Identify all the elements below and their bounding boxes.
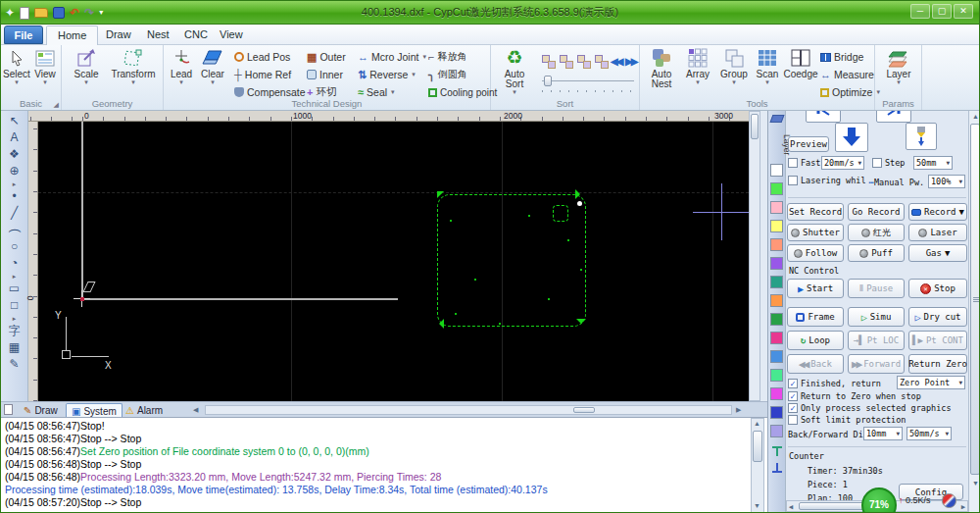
reverse-button[interactable]: ⇅ Reverse▾ bbox=[358, 67, 416, 82]
fast-speed-select[interactable]: 20mm/s▼ bbox=[821, 156, 864, 170]
group-button[interactable]: Group▾ bbox=[716, 46, 752, 84]
circle-tool-icon[interactable]: ○ bbox=[4, 239, 25, 255]
return-zero-button[interactable]: Return Zero bbox=[908, 354, 967, 374]
sort-mode-3-button[interactable] bbox=[577, 55, 593, 71]
canvas-horizontal-scrollbar[interactable] bbox=[205, 405, 732, 415]
text-tool-icon[interactable]: 字 bbox=[4, 324, 25, 339]
part-inner-contour[interactable] bbox=[553, 205, 568, 222]
point-locate-button[interactable]: →▌ Pt LOC bbox=[848, 331, 905, 350]
flyout-arrow-icon[interactable]: ▸ bbox=[4, 273, 25, 281]
flyout-arrow-icon[interactable]: ▸ bbox=[4, 315, 25, 323]
dialog-launcher-icon[interactable]: ◢ bbox=[54, 101, 59, 109]
home-ref-button[interactable]: ┼ Home Ref bbox=[234, 67, 291, 82]
return-position-select[interactable]: Zero Point▼ bbox=[897, 376, 965, 389]
array-button[interactable]: Array▾ bbox=[681, 46, 714, 84]
tab-file[interactable]: File bbox=[4, 26, 43, 44]
pie-tool-icon[interactable]: ◔ bbox=[4, 256, 25, 272]
sort-slider-thumb[interactable] bbox=[544, 76, 552, 86]
layer-color-swatch-14[interactable] bbox=[770, 425, 783, 437]
tab-draw[interactable]: Draw bbox=[95, 26, 142, 45]
laser-button[interactable]: Laser bbox=[908, 224, 967, 241]
puff-button[interactable]: Puff bbox=[848, 244, 905, 262]
snap-tool-icon[interactable]: A bbox=[4, 130, 25, 146]
layer-color-swatch-5[interactable] bbox=[770, 257, 783, 270]
only-selected-checkbox[interactable]: ✓ Only process selected graphics bbox=[788, 403, 952, 413]
more-icon[interactable]: … bbox=[869, 176, 874, 185]
start-button[interactable]: ▶ Start bbox=[787, 279, 844, 298]
layer-color-swatch-3[interactable] bbox=[770, 220, 783, 232]
select-tool-icon[interactable]: ↖ bbox=[4, 114, 25, 129]
scan-button[interactable]: Scan▾ bbox=[752, 46, 783, 84]
layer-move-top-icon[interactable] bbox=[771, 445, 783, 457]
scroll-left-icon[interactable]: ◀ bbox=[193, 406, 198, 414]
minimize-button[interactable]: ─ bbox=[910, 4, 930, 19]
rounded-rect-tool-icon[interactable]: □ bbox=[4, 298, 25, 314]
arc-tool-icon[interactable]: ( bbox=[7, 220, 23, 241]
micro-joint-button[interactable]: ↔ Mcro Joint▾ bbox=[358, 49, 426, 65]
set-record-button[interactable]: Set Record bbox=[787, 203, 844, 221]
bridge-button[interactable]: Bridge bbox=[820, 49, 863, 65]
sort-slider-track[interactable] bbox=[542, 80, 634, 81]
tab-system-messages[interactable]: ▣ System bbox=[66, 403, 122, 418]
layer-color-swatch-8[interactable] bbox=[770, 313, 783, 326]
go-record-button[interactable]: Go Record bbox=[848, 203, 905, 221]
scroll-down-icon[interactable]: ▼ bbox=[972, 480, 979, 487]
layer-color-swatch-4[interactable] bbox=[770, 238, 783, 251]
network-ball-icon[interactable] bbox=[942, 493, 956, 508]
layer-color-swatch-0[interactable] bbox=[770, 164, 783, 177]
inner-button[interactable]: Inner bbox=[307, 67, 343, 82]
scroll-right-icon[interactable]: ▶ bbox=[961, 503, 965, 511]
layer-color-swatch-2[interactable] bbox=[770, 201, 783, 214]
auto-sort-button[interactable]: ♻ Auto Sort▾ bbox=[495, 46, 534, 94]
auto-nest-button[interactable]: Auto Nest bbox=[644, 46, 679, 89]
scroll-up-icon[interactable]: ▲ bbox=[754, 420, 760, 427]
fillet-button[interactable]: ╮ 倒圆角 bbox=[428, 67, 467, 82]
canvas-vertical-scrollbar[interactable] bbox=[749, 111, 760, 401]
layer-color-swatch-1[interactable] bbox=[770, 182, 783, 195]
pause-button[interactable]: Ⅱ Pause bbox=[848, 279, 905, 298]
preview-button[interactable]: Preview bbox=[788, 136, 829, 152]
return-zero-when-stop-checkbox[interactable]: ✓ Return to Zero when stop bbox=[788, 391, 921, 401]
layer-button[interactable]: Layer▾ bbox=[882, 46, 915, 84]
measure-tool-icon[interactable]: ✎ bbox=[4, 357, 25, 373]
log-vertical-scrollbar[interactable]: ▲ ▼ bbox=[751, 418, 764, 513]
sort-mode-4-button[interactable] bbox=[595, 55, 611, 71]
scrollbar-thumb[interactable] bbox=[799, 502, 867, 510]
frame-button[interactable]: Frame bbox=[787, 307, 844, 327]
lead-pos-button[interactable]: Lead Pos bbox=[234, 49, 290, 65]
release-corner-button[interactable]: ⌐ 释放角 bbox=[428, 49, 466, 65]
measure-button[interactable]: ↔ Measure bbox=[820, 67, 874, 82]
transform-button[interactable]: Transform▾ bbox=[107, 46, 160, 84]
tab-draw-messages[interactable]: ✎ Draw bbox=[19, 403, 63, 418]
sort-prev-icon[interactable]: ◀◀ bbox=[611, 56, 621, 67]
loop-button[interactable]: ↻ Loop bbox=[787, 331, 844, 350]
step-distance-select[interactable]: 50mm▼ bbox=[913, 156, 953, 170]
fast-checkbox[interactable]: Fast bbox=[788, 158, 820, 168]
scroll-right-icon[interactable]: ▶ bbox=[736, 406, 741, 414]
manual-power-select[interactable]: 100%▼ bbox=[928, 175, 965, 188]
close-button[interactable]: ✕ bbox=[954, 4, 973, 19]
follow-button[interactable]: Follow bbox=[787, 244, 844, 262]
jog-up-left-button[interactable] bbox=[806, 111, 841, 123]
scrollbar-thumb[interactable] bbox=[970, 124, 980, 475]
tab-alarm-messages[interactable]: ⚠ Alarm bbox=[121, 403, 168, 418]
red-light-button[interactable]: 红光 bbox=[848, 224, 905, 241]
back-forward-speed-select[interactable]: 50mm/s▼ bbox=[906, 427, 952, 440]
back-button[interactable]: ◀◀ Back bbox=[787, 354, 844, 374]
scroll-up-icon[interactable]: ▲ bbox=[972, 113, 979, 120]
scale-button[interactable]: Scale▾ bbox=[70, 46, 103, 84]
drawing-canvas[interactable]: Y X bbox=[38, 122, 749, 401]
lead-button[interactable]: Lead▾ bbox=[168, 46, 195, 84]
dry-cut-button[interactable]: ▷ Dry cut bbox=[908, 307, 967, 327]
soft-limit-checkbox[interactable]: Soft limit protection bbox=[788, 415, 906, 425]
zoom-tool-icon[interactable]: ⊕ bbox=[4, 164, 25, 180]
bitmap-tool-icon[interactable]: ▦ bbox=[4, 340, 25, 356]
layer-color-swatch-10[interactable] bbox=[770, 350, 783, 363]
flyout-arrow-icon[interactable]: ▸ bbox=[4, 180, 25, 188]
gas-button[interactable]: Gas▼ bbox=[908, 244, 967, 262]
simulate-button[interactable]: ▷ Simu bbox=[848, 307, 905, 327]
record-button[interactable]: Record▼ bbox=[908, 203, 967, 221]
step-checkbox[interactable]: Step bbox=[872, 158, 905, 168]
back-forward-distance-select[interactable]: 10mm▼ bbox=[863, 427, 903, 440]
scrollbar-thumb[interactable] bbox=[751, 114, 759, 139]
